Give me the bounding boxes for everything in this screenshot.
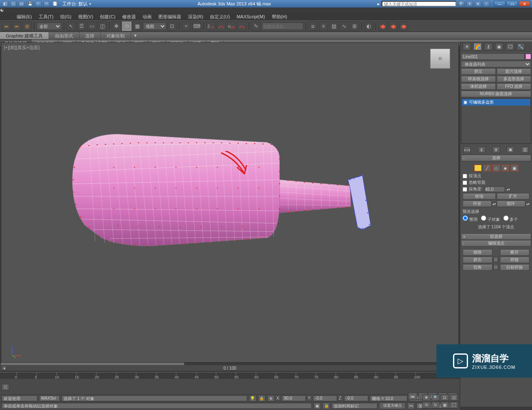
btn-extrude2[interactable]: 挤出: [463, 257, 493, 263]
select-name-icon[interactable]: ☰: [77, 22, 86, 31]
open-icon[interactable]: 🗁: [18, 1, 25, 7]
radio-disable[interactable]: 禁用: [463, 215, 478, 222]
nav-max-icon[interactable]: ⛶: [450, 402, 458, 408]
menu-animation[interactable]: 动画: [143, 14, 152, 20]
quick-spline-sel[interactable]: 样条线选择: [461, 76, 496, 82]
tab-object-paint[interactable]: 对象绘制: [101, 32, 131, 39]
tab-hierarchy-icon[interactable]: ⚷: [484, 43, 493, 50]
subobj-poly-icon[interactable]: ■: [502, 165, 509, 171]
x-coord-input[interactable]: [282, 395, 306, 401]
align-icon[interactable]: ≡: [319, 22, 328, 31]
tab-graphite[interactable]: Graphite 建模工具: [0, 32, 49, 39]
render-setup-icon[interactable]: 🫖: [378, 22, 387, 31]
ref-coord-dropdown[interactable]: 视图: [143, 22, 166, 30]
time-tag-input[interactable]: 添加时间标记: [332, 403, 377, 409]
object-color-swatch[interactable]: [525, 54, 531, 59]
angle-snap-icon[interactable]: [217, 22, 226, 31]
subobj-border-icon[interactable]: ◇: [493, 165, 500, 171]
btn-chamfer[interactable]: 切角: [463, 264, 493, 271]
stack-show-icon[interactable]: Ⅱ: [478, 146, 485, 153]
menu-views[interactable]: 视图(V): [78, 14, 94, 20]
stack-config-icon[interactable]: ☰: [521, 146, 529, 153]
stack-unique-icon[interactable]: ∀: [493, 146, 500, 153]
workspace-label[interactable]: 工作台: 默认: [62, 1, 88, 7]
snap-2d-icon[interactable]: 3: [206, 22, 215, 31]
setkey-button[interactable]: 设置关键点: [379, 403, 406, 409]
y-coord-input[interactable]: [313, 395, 337, 401]
rollout-edit-vertex[interactable]: -编辑顶点: [461, 240, 531, 247]
select-rect-icon[interactable]: ▭: [87, 22, 96, 31]
menu-tools[interactable]: 工具(T): [39, 14, 54, 20]
lock2-icon[interactable]: 🔒: [258, 395, 266, 402]
maximize-button[interactable]: ▭: [506, 1, 518, 7]
btn-remove[interactable]: 移除: [463, 249, 493, 256]
btn-ring[interactable]: 环形: [463, 200, 492, 207]
favorite-icon[interactable]: ★: [475, 1, 481, 7]
tab-create-icon[interactable]: ✳: [463, 43, 471, 50]
selection-filter[interactable]: 全部: [37, 22, 62, 30]
isolate-icon[interactable]: ▣: [313, 403, 321, 409]
chk-by-vertex[interactable]: [463, 174, 467, 178]
tab-selection[interactable]: 选择: [79, 32, 101, 39]
link-icon[interactable]: 📑: [52, 1, 58, 7]
help-icon[interactable]: ?: [483, 1, 490, 7]
manip-icon[interactable]: ✧: [182, 22, 191, 31]
subobj-element-icon[interactable]: ▣: [511, 165, 518, 171]
app-menu-icon[interactable]: ◧: [2, 1, 8, 7]
mirror-icon[interactable]: ⧈: [308, 22, 318, 31]
timeline-prev-icon[interactable]: ◂: [2, 366, 7, 370]
btn-grow[interactable]: 扩大: [497, 193, 530, 200]
menu-rendering[interactable]: 渲染(R): [188, 14, 203, 20]
quick-extrude[interactable]: 挤出: [461, 68, 496, 75]
minimize-button[interactable]: —: [494, 1, 505, 7]
menu-maxscript[interactable]: MAXScript(M): [236, 14, 265, 19]
material-editor-icon[interactable]: ◐: [364, 22, 373, 31]
render-icon[interactable]: 🫖: [399, 22, 408, 31]
help-search-input[interactable]: [382, 1, 456, 7]
subobj-edge-icon[interactable]: ╱: [483, 165, 491, 171]
search-icon[interactable]: 🔍: [458, 1, 465, 7]
new-icon[interactable]: 🗋: [10, 1, 17, 7]
nav-walk-icon[interactable]: ▦: [441, 402, 449, 408]
radio-subobj[interactable]: 子对象: [481, 215, 500, 222]
tab-display-icon[interactable]: 🖵: [506, 43, 514, 50]
undo-icon[interactable]: ↶: [35, 1, 42, 7]
radio-multi[interactable]: 多个: [503, 215, 518, 222]
bind-tool-icon[interactable]: ◎: [22, 22, 32, 31]
tab-motion-icon[interactable]: ◉: [495, 43, 503, 50]
opt-extrude[interactable]: □: [493, 257, 498, 262]
menu-edit[interactable]: 编辑(E): [17, 14, 32, 20]
key-icon[interactable]: 🗝: [407, 403, 415, 409]
menu-create[interactable]: 创建(C): [100, 14, 115, 20]
edit-named-sel-icon[interactable]: ✎: [251, 22, 261, 31]
rotate-icon[interactable]: ⟲: [122, 22, 131, 31]
btn-break[interactable]: 断开: [500, 249, 530, 256]
coord-mode-icon[interactable]: ⊕: [267, 395, 275, 402]
quick-vol-sel[interactable]: 体积选择: [461, 83, 496, 90]
modifier-stack[interactable]: ▣可编辑多边形: [461, 98, 531, 144]
tab-utilities-icon[interactable]: 🔧: [517, 43, 525, 50]
viewport-front[interactable]: [+][前][真实+边面] 前: [1, 42, 459, 363]
rollout-selection[interactable]: -选择: [461, 155, 531, 161]
angle-spinner[interactable]: [484, 186, 505, 192]
pivot-icon[interactable]: ⊡: [167, 22, 177, 31]
rollout-soft-selection[interactable]: +软选择: [461, 233, 531, 240]
time-ruler[interactable]: 0510152025303540455055606570758085909510…: [0, 371, 460, 378]
scale-icon[interactable]: ▦: [133, 22, 142, 31]
nav-zoom-icon[interactable]: 🔍: [431, 394, 440, 401]
tab-freeform[interactable]: 自由形式: [49, 32, 79, 39]
nav-zoom-all-icon[interactable]: ⊡: [441, 394, 449, 401]
quick-poly-sel[interactable]: 多边形选择: [497, 76, 532, 82]
z-coord-input[interactable]: [344, 395, 368, 401]
nav-fov-icon[interactable]: ◫: [450, 394, 458, 401]
select-icon[interactable]: ↖: [66, 22, 76, 31]
modifier-list-dropdown[interactable]: 修改器列表: [461, 61, 531, 67]
quick-ffd-sel[interactable]: FFD 选择: [497, 83, 532, 90]
move-icon[interactable]: ✥: [112, 22, 121, 31]
unlink-tool-icon[interactable]: ⫘: [12, 22, 21, 31]
nav-orbit-icon[interactable]: ⟲: [422, 402, 431, 408]
nav-pan-icon[interactable]: ✥: [422, 394, 431, 401]
menu-modifiers[interactable]: 修改器: [122, 14, 136, 20]
app-logo[interactable]: ☯: [0, 7, 532, 13]
chk-by-angle[interactable]: [463, 187, 467, 192]
